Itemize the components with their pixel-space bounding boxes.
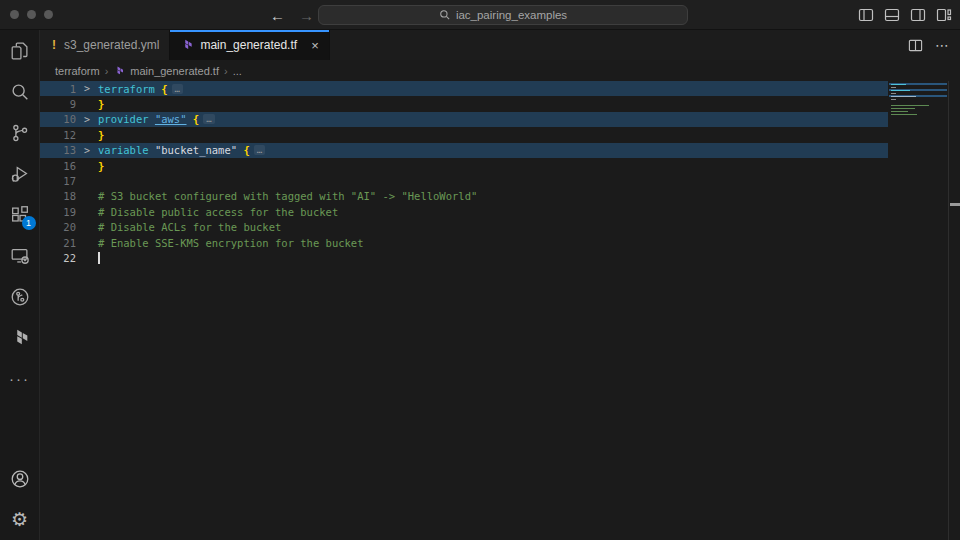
minimap-line xyxy=(889,101,947,103)
token-comment: # S3 bucket configured with tagged with … xyxy=(98,190,477,202)
minimap-line xyxy=(889,116,947,118)
overview-ruler[interactable] xyxy=(948,81,960,540)
code-line-20[interactable]: 20# Disable ACLs for the bucket xyxy=(40,220,888,235)
line-number: 19 xyxy=(40,206,76,218)
token-brace: } xyxy=(98,129,104,141)
minimap[interactable] xyxy=(889,83,947,119)
line-number: 16 xyxy=(40,160,76,172)
code-editor[interactable]: 1>terraform {…9}10>provider "aws" {…12}1… xyxy=(40,81,960,540)
minimap-line xyxy=(889,110,947,112)
line-number: 1 xyxy=(40,83,76,95)
token-brace: { xyxy=(193,113,199,125)
token-comment: # Disable public access for the bucket xyxy=(98,206,338,218)
minimap-line xyxy=(889,89,947,91)
tab-close-icon[interactable]: × xyxy=(311,38,319,53)
minimap-line xyxy=(889,86,947,88)
token-brace: { xyxy=(243,144,249,156)
nav-forward-icon[interactable]: → xyxy=(299,7,314,24)
customize-layout-icon[interactable] xyxy=(936,7,952,23)
run-debug-icon[interactable] xyxy=(0,153,40,194)
line-number: 10 xyxy=(40,113,76,125)
minimap-line xyxy=(889,83,947,85)
fold-chevron-icon[interactable]: > xyxy=(76,145,98,156)
code-line-16[interactable]: 16} xyxy=(40,158,888,173)
tab-s3-generated-yml[interactable]: ! s3_generated.yml xyxy=(40,30,170,60)
accounts-icon[interactable] xyxy=(0,458,40,499)
title-bar: ← → iac_pairing_examples xyxy=(0,0,960,30)
activity-bar-more-icon[interactable]: ··· xyxy=(0,358,40,399)
toggle-secondary-sidebar-icon[interactable] xyxy=(910,7,926,23)
code-line-17[interactable]: 17 xyxy=(40,173,888,188)
command-center-search[interactable]: iac_pairing_examples xyxy=(318,5,688,25)
code-line-12[interactable]: 12} xyxy=(40,127,888,142)
toggle-primary-sidebar-icon[interactable] xyxy=(858,7,874,23)
fold-chevron-icon[interactable]: > xyxy=(76,114,98,125)
search-box-text: iac_pairing_examples xyxy=(456,9,567,21)
breadcrumb-folder[interactable]: terraform xyxy=(55,65,100,77)
minimap-line xyxy=(889,95,947,97)
code-line-18[interactable]: 18# S3 bucket configured with tagged wit… xyxy=(40,189,888,204)
explorer-icon[interactable] xyxy=(0,30,40,71)
fold-chevron-icon[interactable]: > xyxy=(76,83,98,94)
activity-bar: 1 ··· xyxy=(0,30,40,540)
token-brace: } xyxy=(98,160,104,172)
line-number: 13 xyxy=(40,144,76,156)
extensions-icon[interactable]: 1 xyxy=(0,194,40,235)
source-control-icon[interactable] xyxy=(0,112,40,153)
search-icon xyxy=(439,9,451,21)
minimap-line xyxy=(889,92,947,94)
toggle-panel-icon[interactable] xyxy=(884,7,900,23)
line-number: 18 xyxy=(40,190,76,202)
code-line-21[interactable]: 21# Enable SSE-KMS encryption for the bu… xyxy=(40,235,888,250)
settings-gear-icon[interactable]: ⚙ xyxy=(0,499,40,540)
git-graph-icon[interactable] xyxy=(0,276,40,317)
tab-main-generated-tf[interactable]: main_generated.tf × xyxy=(170,30,329,60)
minimap-line xyxy=(889,107,947,109)
overview-ruler-mark xyxy=(950,203,960,206)
close-window-button[interactable] xyxy=(10,10,19,19)
code-line-10[interactable]: 10>provider "aws" {… xyxy=(40,112,888,127)
maximize-window-button[interactable] xyxy=(44,10,53,19)
search-sidebar-icon[interactable] xyxy=(0,71,40,112)
chevron-right-icon: › xyxy=(105,65,109,77)
split-editor-icon[interactable] xyxy=(908,38,923,53)
editor-more-actions-icon[interactable]: ⋯ xyxy=(935,37,950,53)
minimap-line xyxy=(889,104,947,106)
tab-label: s3_generated.yml xyxy=(64,38,159,52)
line-number: 22 xyxy=(40,252,76,264)
token-str: "bucket_name" xyxy=(155,144,237,156)
code-line-9[interactable]: 9} xyxy=(40,96,888,111)
nav-back-icon[interactable]: ← xyxy=(270,7,285,24)
terraform-sidebar-icon[interactable] xyxy=(0,317,40,358)
minimap-line xyxy=(889,113,947,115)
breadcrumb-file[interactable]: main_generated.tf xyxy=(130,65,219,77)
vscode-window: ← → iac_pairing_examples xyxy=(0,0,960,540)
minimize-window-button[interactable] xyxy=(27,10,36,19)
token-link: "aws" xyxy=(155,113,187,125)
token-kw: terraform xyxy=(98,83,161,95)
traffic-lights[interactable] xyxy=(10,10,53,19)
token-brace: { xyxy=(161,83,167,95)
token-brace: } xyxy=(98,98,104,110)
line-number: 17 xyxy=(40,175,76,187)
token-fold: … xyxy=(172,84,183,94)
tab-label: main_generated.tf xyxy=(200,38,297,52)
code-line-1[interactable]: 1>terraform {… xyxy=(40,81,888,96)
token-kw: provider xyxy=(98,113,155,125)
token-comment: # Enable SSE-KMS encryption for the buck… xyxy=(98,237,364,249)
token-kw: variable xyxy=(98,144,155,156)
minimap-line xyxy=(889,98,947,100)
breadcrumb-symbol-more[interactable]: ... xyxy=(233,65,242,77)
text-cursor xyxy=(98,252,100,264)
line-number: 12 xyxy=(40,129,76,141)
tab-bar: ! s3_generated.yml main_generated.tf × ⋯ xyxy=(40,30,960,60)
code-line-13[interactable]: 13>variable "bucket_name" {… xyxy=(40,143,888,158)
token-fold: … xyxy=(203,114,214,124)
yaml-warning-icon: ! xyxy=(50,38,58,52)
line-number: 20 xyxy=(40,221,76,233)
terraform-file-icon xyxy=(180,38,194,52)
code-line-19[interactable]: 19# Disable public access for the bucket xyxy=(40,204,888,219)
token-comment: # Disable ACLs for the bucket xyxy=(98,221,281,233)
remote-explorer-icon[interactable] xyxy=(0,235,40,276)
code-line-22[interactable]: 22 xyxy=(40,250,888,265)
